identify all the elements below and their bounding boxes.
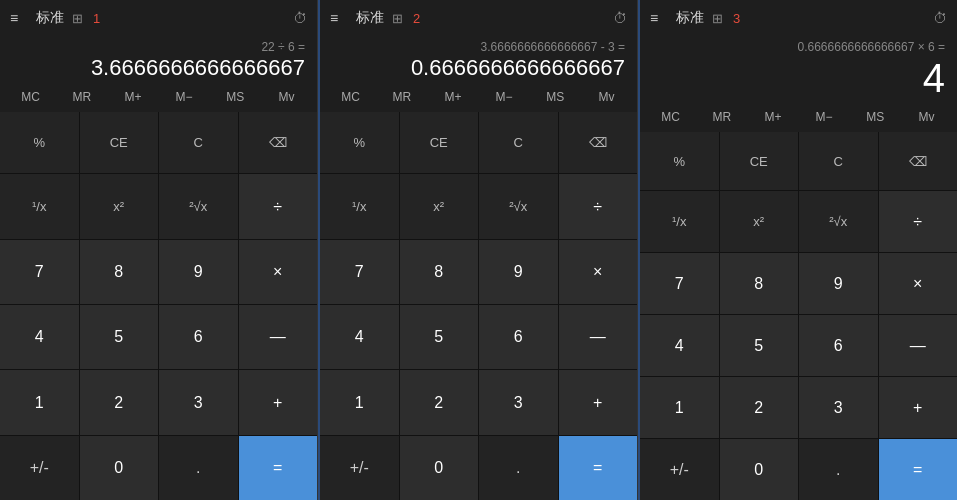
button-0-r5c1[interactable]: 0 (400, 436, 479, 500)
button-xxx-r1c2[interactable]: ²√x (479, 174, 558, 238)
button-C-r0c2[interactable]: C (799, 132, 878, 190)
button-1-r4c0[interactable]: 1 (320, 370, 399, 434)
button-x-r5c3[interactable]: = (559, 436, 638, 500)
button-x-r2c3[interactable]: × (239, 240, 318, 304)
button-x-r1c3[interactable]: ÷ (879, 191, 958, 252)
memory-btn-MR[interactable]: MR (57, 86, 106, 108)
memory-btn-MS[interactable]: MS (211, 86, 260, 108)
button-x-r1c3[interactable]: ÷ (559, 174, 638, 238)
button-xxx-r5c0[interactable]: +/- (320, 436, 399, 500)
memory-btn-MS[interactable]: MS (531, 86, 580, 108)
memory-btn-MC[interactable]: MC (326, 86, 375, 108)
menu-icon[interactable]: ≡ (10, 10, 28, 26)
button-x-r3c3[interactable]: — (879, 315, 958, 376)
button-x-r4c3[interactable]: + (559, 370, 638, 434)
memory-btn-MC[interactable]: MC (646, 106, 695, 128)
button-9-r2c2[interactable]: 9 (479, 240, 558, 304)
button-x-r0c0[interactable]: % (640, 132, 719, 190)
button-x-r0c3[interactable]: ⌫ (559, 112, 638, 173)
button-4-r3c0[interactable]: 4 (320, 305, 399, 369)
memory-btn-Mv[interactable]: Mv (582, 86, 631, 108)
button-2-r4c1[interactable]: 2 (400, 370, 479, 434)
memory-btn-MC[interactable]: MC (6, 86, 55, 108)
button-x-r0c3[interactable]: ⌫ (879, 132, 958, 190)
button-8-r2c1[interactable]: 8 (720, 253, 799, 314)
button-CE-r0c1[interactable]: CE (400, 112, 479, 173)
button-x-r5c2[interactable]: . (799, 439, 878, 500)
memory-btn-M[interactable]: M+ (108, 86, 157, 108)
button-0-r5c1[interactable]: 0 (720, 439, 799, 500)
button-2-r4c1[interactable]: 2 (720, 377, 799, 438)
button-xx-r1c1[interactable]: x² (720, 191, 799, 252)
memory-btn-M[interactable]: M+ (428, 86, 477, 108)
memory-btn-MR[interactable]: MR (697, 106, 746, 128)
button-x-r4c3[interactable]: + (239, 370, 318, 434)
memory-btn-MS[interactable]: MS (851, 106, 900, 128)
button-xx-r1c1[interactable]: x² (400, 174, 479, 238)
button-x-r0c0[interactable]: % (0, 112, 79, 173)
history-icon[interactable]: ⏱ (933, 10, 947, 26)
memory-btn-Mv[interactable]: Mv (262, 86, 311, 108)
button-6-r3c2[interactable]: 6 (159, 305, 238, 369)
button-xxx-r1c2[interactable]: ²√x (799, 191, 878, 252)
memory-btn-M[interactable]: M− (480, 86, 529, 108)
calc-header: ≡ 标准 ⊞ 3 ⏱ (640, 0, 957, 36)
button-xxx-r5c0[interactable]: +/- (0, 436, 79, 500)
button-6-r3c2[interactable]: 6 (479, 305, 558, 369)
button-x-r3c3[interactable]: — (239, 305, 318, 369)
button-x-r5c3[interactable]: = (239, 436, 318, 500)
button-7-r2c0[interactable]: 7 (640, 253, 719, 314)
button-xxx-r1c0[interactable]: ¹/x (640, 191, 719, 252)
button-8-r2c1[interactable]: 8 (80, 240, 159, 304)
button-2-r4c1[interactable]: 2 (80, 370, 159, 434)
button-x-r5c3[interactable]: = (879, 439, 958, 500)
history-icon[interactable]: ⏱ (613, 10, 627, 26)
button-x-r5c2[interactable]: . (159, 436, 238, 500)
button-4-r3c0[interactable]: 4 (0, 305, 79, 369)
button-x-r0c0[interactable]: % (320, 112, 399, 173)
button-x-r0c3[interactable]: ⌫ (239, 112, 318, 173)
memory-btn-MR[interactable]: MR (377, 86, 426, 108)
button-CE-r0c1[interactable]: CE (80, 112, 159, 173)
button-xxx-r1c0[interactable]: ¹/x (320, 174, 399, 238)
button-6-r3c2[interactable]: 6 (799, 315, 878, 376)
memory-btn-M[interactable]: M− (800, 106, 849, 128)
memory-btn-M[interactable]: M− (160, 86, 209, 108)
button-grid: %CEC⌫¹/xx²²√x÷789×456—123++/-0.= (320, 112, 637, 500)
button-8-r2c1[interactable]: 8 (400, 240, 479, 304)
button-5-r3c1[interactable]: 5 (720, 315, 799, 376)
button-7-r2c0[interactable]: 7 (320, 240, 399, 304)
button-xx-r1c1[interactable]: x² (80, 174, 159, 238)
display-area: 22 ÷ 6 =3.6666666666666667 (0, 36, 317, 82)
button-9-r2c2[interactable]: 9 (799, 253, 878, 314)
button-3-r4c2[interactable]: 3 (159, 370, 238, 434)
menu-icon[interactable]: ≡ (650, 10, 668, 26)
button-3-r4c2[interactable]: 3 (799, 377, 878, 438)
button-1-r4c0[interactable]: 1 (640, 377, 719, 438)
button-x-r5c2[interactable]: . (479, 436, 558, 500)
button-xxx-r5c0[interactable]: +/- (640, 439, 719, 500)
button-0-r5c1[interactable]: 0 (80, 436, 159, 500)
menu-icon[interactable]: ≡ (330, 10, 348, 26)
button-C-r0c2[interactable]: C (479, 112, 558, 173)
button-5-r3c1[interactable]: 5 (80, 305, 159, 369)
button-xxx-r1c0[interactable]: ¹/x (0, 174, 79, 238)
memory-btn-Mv[interactable]: Mv (902, 106, 951, 128)
calc-number-badge: 1 (93, 11, 100, 26)
button-x-r1c3[interactable]: ÷ (239, 174, 318, 238)
button-5-r3c1[interactable]: 5 (400, 305, 479, 369)
button-4-r3c0[interactable]: 4 (640, 315, 719, 376)
button-x-r2c3[interactable]: × (559, 240, 638, 304)
button-3-r4c2[interactable]: 3 (479, 370, 558, 434)
button-7-r2c0[interactable]: 7 (0, 240, 79, 304)
memory-btn-M[interactable]: M+ (748, 106, 797, 128)
button-xxx-r1c2[interactable]: ²√x (159, 174, 238, 238)
button-x-r2c3[interactable]: × (879, 253, 958, 314)
history-icon[interactable]: ⏱ (293, 10, 307, 26)
button-x-r4c3[interactable]: + (879, 377, 958, 438)
button-9-r2c2[interactable]: 9 (159, 240, 238, 304)
button-1-r4c0[interactable]: 1 (0, 370, 79, 434)
button-CE-r0c1[interactable]: CE (720, 132, 799, 190)
button-x-r3c3[interactable]: — (559, 305, 638, 369)
button-C-r0c2[interactable]: C (159, 112, 238, 173)
